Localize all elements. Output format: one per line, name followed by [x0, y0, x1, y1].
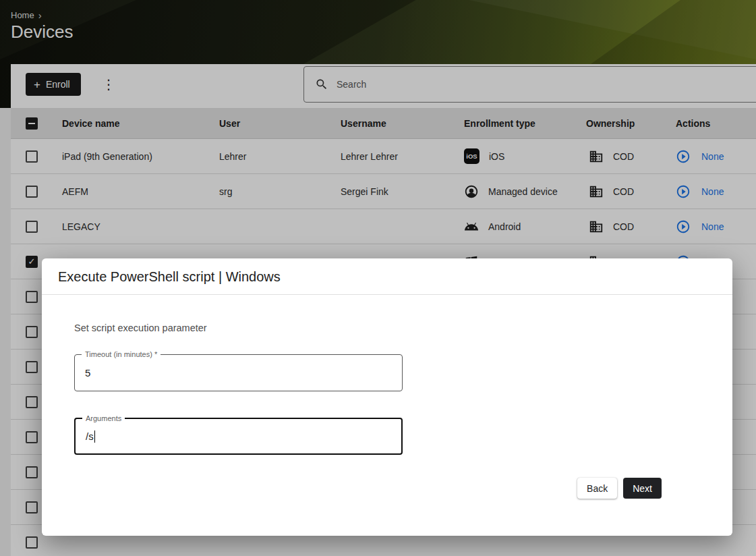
dialog-divider	[42, 294, 732, 295]
screen: Home › Devices + Enroll ⋮ Device nameUse…	[0, 0, 756, 556]
dialog-subtitle: Set script execution parameter	[74, 323, 700, 333]
arguments-value: /s	[86, 430, 94, 442]
dialog-body: Set script execution parameter Timeout (…	[42, 323, 732, 499]
arguments-input[interactable]: /s	[76, 419, 401, 453]
dialog-actions: Back Next	[74, 478, 700, 499]
timeout-field: Timeout (in minutes) * 5	[74, 354, 403, 391]
timeout-value: 5	[85, 367, 90, 379]
dialog-title: Execute PowerShell script | Windows	[42, 258, 732, 294]
timeout-field-label: Timeout (in minutes) *	[82, 350, 161, 359]
timeout-input[interactable]: 5	[75, 355, 402, 391]
next-button[interactable]: Next	[623, 478, 662, 499]
arguments-field-label: Arguments	[82, 414, 125, 423]
text-caret	[94, 430, 96, 443]
arguments-field: Arguments /s	[74, 418, 403, 455]
execute-script-dialog: Execute PowerShell script | Windows Set …	[42, 258, 732, 536]
back-button[interactable]: Back	[577, 478, 617, 499]
